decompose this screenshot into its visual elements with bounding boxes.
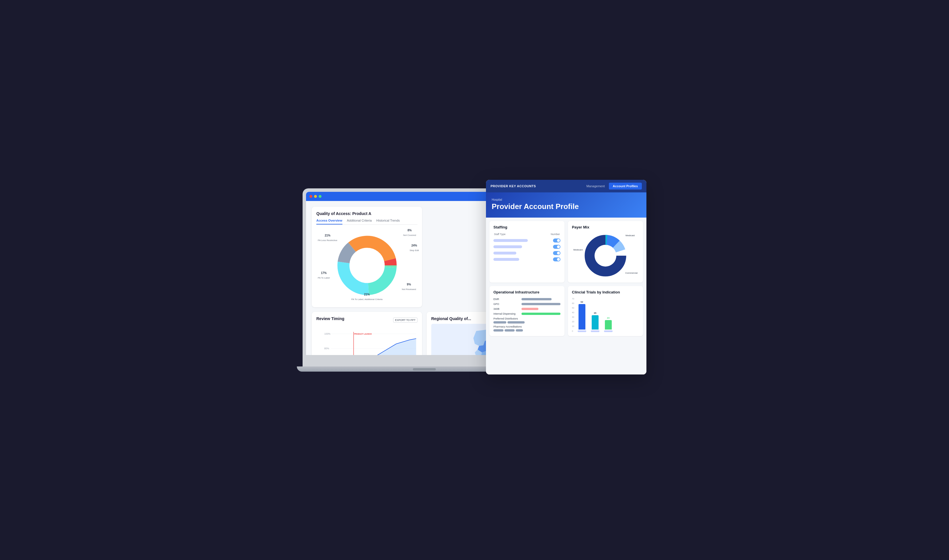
staffing-card: Staffing Staff Type Number <box>489 221 565 283</box>
medicaid-label: Medicaid <box>625 234 635 237</box>
dot-yellow <box>314 195 317 198</box>
operational-title: Operational Infrastructure <box>494 290 560 294</box>
op-340b: 340B <box>494 308 560 310</box>
tab-historical-trends[interactable]: Historical Trends <box>376 219 400 225</box>
tab-account-profiles[interactable]: Account Profiles <box>609 183 642 189</box>
payer-donut-svg <box>583 233 628 278</box>
clinical-trials-card: Clincial Trials by Indication 70 60 50 4… <box>568 286 643 336</box>
preferred-distributors-bars <box>494 321 560 323</box>
panel-nav-tabs: Management Account Profiles <box>582 183 642 189</box>
op-internal-dispensing: Internal Dispensing <box>494 312 560 315</box>
panel-hero-title: Provider Account Profile <box>492 202 641 211</box>
trial-bar-group-2: 35 <box>591 312 599 332</box>
op-emr: EMR <box>494 298 560 301</box>
donut-chart-area: 8% Not Covered 24% Step Edit 9% Not Revi… <box>316 228 418 303</box>
scene: Quality of Access: Product A Access Over… <box>302 180 647 380</box>
trials-y-labels: 70 60 50 40 30 20 10 0 <box>572 298 574 332</box>
trials-chart: 62 35 23 <box>576 298 615 332</box>
trial-bar-group-1: 62 <box>578 301 586 332</box>
staffing-toggle-4[interactable] <box>553 257 560 262</box>
dot-red <box>309 195 312 198</box>
tab-management[interactable]: Management <box>582 183 609 189</box>
commercial-label: Commercial <box>625 272 637 274</box>
op-gpo: GPO <box>494 303 560 306</box>
trial-bar-bottom-1 <box>578 331 586 332</box>
label-step-edit: 24% Step Edit <box>410 244 419 252</box>
340b-bar <box>522 308 539 310</box>
label-pa-additional: 21% PA To Label; Additional Criteria <box>351 293 383 301</box>
trial-bar-3 <box>605 320 612 329</box>
export-ppt-button[interactable]: EXPORT TO PPT <box>393 317 418 323</box>
panel-body: Staffing Staff Type Number <box>486 218 647 374</box>
staffing-row-4 <box>494 257 560 262</box>
staff-number-col: Number <box>551 233 560 235</box>
trial-bar-bottom-2 <box>591 331 599 332</box>
panel-hero-subtitle: Hospital <box>492 198 641 201</box>
staffing-header: Staff Type Number <box>494 233 560 235</box>
staffing-toggle-3[interactable] <box>553 251 560 255</box>
preferred-distributors-label: Preferred Distributors <box>494 317 560 320</box>
staffing-row-2 <box>494 245 560 249</box>
pharmacy-accreditations-label: Pharmacy Accreditations <box>494 325 560 328</box>
svg-point-11 <box>594 245 616 266</box>
staff-type-col: Staff Type <box>494 233 505 235</box>
quality-access-card: Quality of Access: Product A Access Over… <box>312 207 422 307</box>
trial-bar-bottom-3 <box>604 331 613 332</box>
staffing-bar-4 <box>494 258 519 261</box>
gpo-bar <box>522 303 560 305</box>
donut-svg <box>336 234 398 297</box>
review-timing-card: Review Timing EXPORT TO PPT 100% 80% 60% <box>312 312 422 355</box>
review-chart-svg: 100% 80% 60% PRODUCT LAUNCH <box>316 326 418 355</box>
tab-access-overview[interactable]: Access Overview <box>316 219 343 225</box>
label-pa-to-label: 17% PA To Label <box>318 271 330 280</box>
provider-account-panel: PROVIDER KEY ACCOUNTS Management Account… <box>486 180 647 374</box>
clinical-trials-title: Clincial Trials by Indication <box>572 290 639 294</box>
svg-text:PRODUCT LAUNCH: PRODUCT LAUNCH <box>354 333 372 335</box>
payer-donut-area: Medicaid Medicare Commercial <box>572 233 639 278</box>
operational-card: Operational Infrastructure EMR GPO 340B … <box>489 286 565 336</box>
label-not-reviewed: 9% Not Reviewed <box>402 283 416 291</box>
staffing-title: Staffing <box>494 225 560 229</box>
svg-text:100%: 100% <box>324 332 331 335</box>
trial-bar-1 <box>579 304 585 329</box>
staffing-row-3 <box>494 251 560 255</box>
review-timing-title: Review Timing <box>316 316 344 321</box>
panel-hero: Hospital Provider Account Profile <box>486 192 647 218</box>
staffing-toggle-1[interactable] <box>553 238 560 243</box>
laptop-notch <box>413 368 436 371</box>
review-header: Review Timing EXPORT TO PPT <box>316 316 418 324</box>
trial-bar-group-3: 23 <box>604 317 613 332</box>
review-timing-chart: 100% 80% 60% PRODUCT LAUNCH <box>316 326 418 355</box>
panel-nav-title: PROVIDER KEY ACCOUNTS <box>491 185 582 188</box>
staffing-bar-2 <box>494 245 522 248</box>
label-pa-less-restrictive: 21% PA Less Restrictive <box>318 234 337 242</box>
tab-additional-criteria[interactable]: Additional Criteria <box>347 219 372 225</box>
panel-nav: PROVIDER KEY ACCOUNTS Management Account… <box>486 180 647 192</box>
staffing-bar-1 <box>494 239 528 242</box>
payer-mix-card: Payer Mix Medicaid Me <box>568 221 643 283</box>
quality-access-title: Quality of Access: Product A <box>316 211 418 216</box>
svg-text:80%: 80% <box>324 347 329 350</box>
quality-tabs: Access Overview Additional Criteria Hist… <box>316 219 418 225</box>
medicare-label: Medicare <box>573 249 583 251</box>
label-not-covered: 8% Not Covered <box>403 229 416 237</box>
internal-dispensing-bar <box>522 312 560 315</box>
trials-chart-wrap: 70 60 50 40 30 20 10 0 62 <box>572 298 639 332</box>
donut-hole <box>353 251 381 280</box>
staffing-row-1 <box>494 238 560 243</box>
trial-bar-2 <box>592 315 599 329</box>
dot-green <box>319 195 321 198</box>
pharmacy-accreditations-bars <box>494 329 560 332</box>
staffing-bar-3 <box>494 252 516 254</box>
payer-mix-title: Payer Mix <box>572 225 639 229</box>
staffing-toggle-2[interactable] <box>553 245 560 249</box>
emr-bar <box>522 298 552 300</box>
